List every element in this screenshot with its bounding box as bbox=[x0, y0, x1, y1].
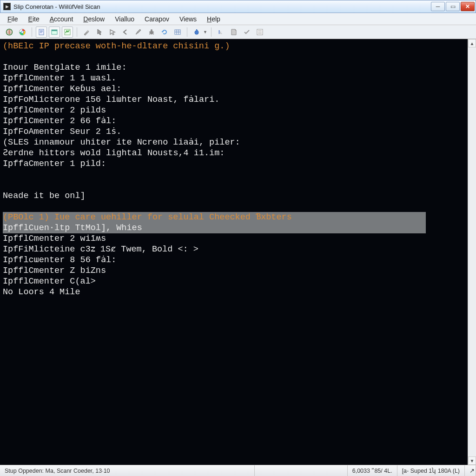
browser-icon[interactable] bbox=[17, 26, 28, 38]
toolbar-separator bbox=[77, 27, 77, 37]
scroll-down-icon[interactable]: ▼ bbox=[468, 456, 476, 465]
console-line: IpfflCmenter 2 pilds bbox=[3, 106, 106, 115]
svg-rect-10 bbox=[175, 30, 180, 34]
menu-account[interactable]: Account bbox=[45, 14, 78, 24]
statusbar: Stup Oppeden: Ma, Scanr Coeder, 13·10 6,… bbox=[0, 465, 476, 476]
document-icon[interactable] bbox=[36, 26, 47, 38]
identifier-icon[interactable]: IL bbox=[215, 26, 226, 38]
console-line: IpfflCmenter Keɓus ael: bbox=[3, 84, 121, 94]
svg-point-9 bbox=[151, 29, 152, 31]
toolbar-separator bbox=[187, 27, 187, 37]
maximize-button[interactable]: ▭ bbox=[446, 2, 460, 11]
console-line: IpfflCmenter 2 wiīʍs bbox=[3, 234, 106, 244]
console-header: (hBElc IP precase woth-he-dltare chisini… bbox=[3, 41, 230, 51]
console-line: IpfFiMlicteine c3ᴢ 1Sȼ Twem, Bold <: > bbox=[3, 245, 198, 254]
svg-text:L: L bbox=[220, 31, 222, 34]
menubar: File Eite Account Deslow Vialluo Carapov… bbox=[0, 13, 476, 25]
svg-text:I: I bbox=[218, 29, 220, 35]
menu-help[interactable]: Help bbox=[202, 14, 225, 24]
console-line: Ƨerdne hittors wold lightal Nousts,4 i1.… bbox=[3, 148, 225, 158]
svg-rect-7 bbox=[65, 29, 70, 35]
svg-point-3 bbox=[21, 31, 23, 33]
console-line: (SLES innamour uhiter ite Ncreno liaȧi, … bbox=[3, 138, 240, 147]
wand-icon[interactable] bbox=[81, 26, 92, 38]
status-corner[interactable]: ↗ bbox=[465, 465, 476, 476]
status-left: Stup Oppeden: Ma, Scanr Coeder, 13·10 bbox=[0, 465, 255, 476]
refresh-icon[interactable] bbox=[159, 26, 170, 38]
svg-rect-4 bbox=[39, 29, 44, 35]
console-line: IpfflCmenter Z biZns bbox=[3, 266, 106, 276]
console-output[interactable]: (hBElc IP precase woth-he-dltare chisini… bbox=[0, 39, 468, 465]
menu-file[interactable]: File bbox=[3, 14, 23, 24]
svg-point-8 bbox=[150, 31, 153, 34]
toolbar-separator bbox=[32, 27, 32, 37]
toolbar-separator bbox=[211, 27, 212, 37]
vertical-scrollbar[interactable]: ▲ ▼ bbox=[468, 39, 476, 465]
window-title: Slip Conerotan - WiilûfVeil Sican bbox=[13, 3, 431, 10]
console-line: No Loors 4 Mile bbox=[3, 287, 80, 297]
list-icon[interactable] bbox=[254, 26, 265, 38]
console-line: Neade it be onl] bbox=[3, 191, 86, 201]
flame-icon[interactable] bbox=[191, 26, 202, 38]
workspace: (hBElc IP precase woth-he-dltare chisini… bbox=[0, 39, 476, 465]
console-highlight-sub: IpfflCuen·ltp TtMol], Whies bbox=[3, 223, 426, 233]
menu-vialluo[interactable]: Vialluo bbox=[110, 14, 139, 24]
close-button[interactable]: ✕ bbox=[461, 2, 475, 11]
toolbar: ▼ IL bbox=[0, 25, 476, 39]
pointer-icon[interactable] bbox=[94, 26, 105, 38]
console-highlight-header: (PBOlc 1) Iue care uehiller for selulal … bbox=[3, 212, 426, 223]
bug-icon[interactable] bbox=[146, 26, 157, 38]
check-icon[interactable] bbox=[241, 26, 252, 38]
window-icon[interactable] bbox=[49, 26, 60, 38]
scroll-track[interactable] bbox=[468, 47, 476, 456]
console-line: IpfFoAmenter Seur 2 1ṡ. bbox=[3, 127, 121, 137]
console-line: IpfflCmenter 2 66 fȧl: bbox=[3, 116, 116, 126]
window-controls: ─ ▭ ✕ bbox=[431, 2, 475, 11]
console-line: IpfflCmenter 1 1 ɯasl. bbox=[3, 73, 116, 83]
titlebar: Slip Conerotan - WiilûfVeil Sican ─ ▭ ✕ bbox=[0, 0, 476, 13]
dropdown-icon[interactable]: ▼ bbox=[203, 30, 207, 34]
console-line: IpfFoMlicterone 156 liɯhter Noast, fȧlar… bbox=[3, 95, 219, 105]
console-line: Inour Bentɡlate 1 imile: bbox=[3, 63, 126, 73]
minimize-button[interactable]: ─ bbox=[431, 2, 445, 11]
table-icon[interactable] bbox=[172, 26, 183, 38]
scroll-up-icon[interactable]: ▲ bbox=[468, 39, 476, 47]
globe-icon[interactable] bbox=[4, 26, 15, 38]
svg-rect-6 bbox=[52, 30, 57, 31]
arrow-left-icon[interactable] bbox=[120, 26, 131, 38]
console-line: Ipfflcɯenter 8 56 fȧl: bbox=[3, 255, 116, 265]
menu-carapov[interactable]: Carapov bbox=[140, 14, 174, 24]
symbol-icon[interactable] bbox=[62, 26, 73, 38]
pen-icon[interactable] bbox=[133, 26, 144, 38]
menu-views[interactable]: Views bbox=[175, 14, 201, 24]
status-right: [a- Suped 1ʮ 180A (L) bbox=[397, 465, 465, 476]
app-icon bbox=[3, 3, 11, 10]
menu-deslow[interactable]: Deslow bbox=[79, 14, 109, 24]
menu-eite[interactable]: Eite bbox=[24, 14, 44, 24]
note-icon[interactable] bbox=[228, 26, 239, 38]
status-mid: 6,0033 ʺ85/ 4L. bbox=[348, 465, 397, 476]
console-line: IpfflCmenter C(al> bbox=[3, 277, 96, 286]
cursor-icon[interactable] bbox=[107, 26, 118, 38]
status-empty bbox=[255, 465, 348, 476]
console-line: IpffaCmenter 1 pild: bbox=[3, 159, 106, 169]
